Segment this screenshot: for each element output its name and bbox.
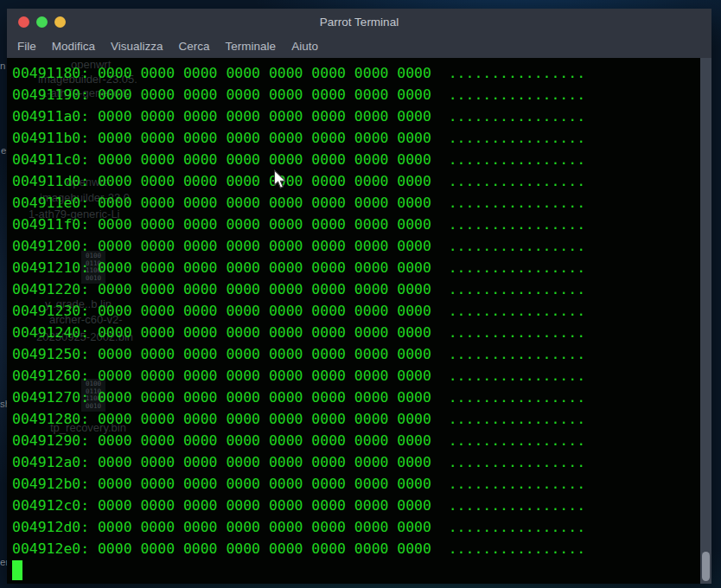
hex-row: 004911b0: 0000 0000 0000 0000 0000 0000 … (12, 127, 700, 149)
window-title: Parrot Terminal (320, 16, 399, 29)
hex-row: 00491180: 0000 0000 0000 0000 0000 0000 … (12, 62, 700, 84)
desktop-icon-label-fragment: e (1, 145, 6, 157)
close-button[interactable] (18, 16, 29, 28)
desktop-icon-label-fragment: n (0, 61, 5, 72)
hex-row: 00491240: 0000 0000 0000 0000 0000 0000 … (12, 322, 700, 343)
terminal-text-area[interactable]: openwrtimagebuilder-23.05.1-ath79-generi… (7, 58, 700, 584)
hex-row: 004911c0: 0000 0000 0000 0000 0000 0000 … (12, 149, 700, 170)
scrollbar-thumb[interactable] (702, 552, 710, 581)
hex-row: 00491290: 0000 0000 0000 0000 0000 0000 … (12, 430, 700, 451)
hex-row: 004912c0: 0000 0000 0000 0000 0000 0000 … (12, 495, 700, 516)
hex-row: 00491250: 0000 0000 0000 0000 0000 0000 … (12, 343, 700, 365)
menu-aiuto[interactable]: Aiuto (291, 40, 318, 53)
hex-row: 004912b0: 0000 0000 0000 0000 0000 0000 … (12, 473, 700, 495)
minimize-button[interactable] (36, 16, 48, 28)
hex-row: 00491260: 0000 0000 0000 0000 0000 0000 … (12, 365, 700, 387)
desktop: nesher. Parrot Terminal FileModificaVisu… (0, 0, 721, 588)
hex-row: 00491270: 0000 0000 0000 0000 0000 0000 … (12, 387, 700, 408)
hex-row: 004911e0: 0000 0000 0000 0000 0000 0000 … (12, 192, 700, 214)
terminal-cursor (12, 560, 22, 580)
hex-row: 004912a0: 0000 0000 0000 0000 0000 0000 … (12, 451, 700, 473)
menu-file[interactable]: File (17, 40, 36, 53)
menu-visualizza[interactable]: Visualizza (111, 40, 163, 53)
hex-row: 004911d0: 0000 0000 0000 0000 0000 0000 … (12, 170, 700, 192)
menu-terminale[interactable]: Terminale (226, 40, 277, 53)
hex-row: 004911a0: 0000 0000 0000 0000 0000 0000 … (12, 105, 700, 127)
hex-row: 00491200: 0000 0000 0000 0000 0000 0000 … (12, 235, 700, 257)
terminal-screen[interactable]: openwrtimagebuilder-23.05.1-ath79-generi… (7, 58, 711, 584)
hexdump: 00491180: 0000 0000 0000 0000 0000 0000 … (7, 58, 700, 581)
hex-row: 00491280: 0000 0000 0000 0000 0000 0000 … (12, 408, 700, 430)
hex-row: 004911f0: 0000 0000 0000 0000 0000 0000 … (12, 214, 700, 235)
maximize-button[interactable] (54, 16, 66, 28)
hex-row: 00491230: 0000 0000 0000 0000 0000 0000 … (12, 300, 700, 322)
menu-modifica[interactable]: Modifica (52, 40, 95, 53)
hex-row: 00491210: 0000 0000 0000 0000 0000 0000 … (12, 257, 700, 278)
mouse-cursor-icon (273, 169, 287, 189)
menu-bar: FileModificaVisualizzaCercaTerminaleAiut… (7, 35, 711, 58)
traffic-lights (7, 16, 66, 28)
prompt-line (12, 559, 700, 581)
hex-row: 004912d0: 0000 0000 0000 0000 0000 0000 … (12, 516, 700, 538)
hex-row: 00491220: 0000 0000 0000 0000 0000 0000 … (12, 278, 700, 300)
hex-row: 004912e0: 0000 0000 0000 0000 0000 0000 … (12, 538, 700, 559)
title-bar[interactable]: Parrot Terminal (7, 9, 711, 35)
menu-cerca[interactable]: Cerca (179, 40, 210, 53)
scrollbar-track[interactable] (700, 58, 711, 584)
hex-row: 00491190: 0000 0000 0000 0000 0000 0000 … (12, 84, 700, 105)
terminal-window: Parrot Terminal FileModificaVisualizzaCe… (7, 9, 711, 584)
